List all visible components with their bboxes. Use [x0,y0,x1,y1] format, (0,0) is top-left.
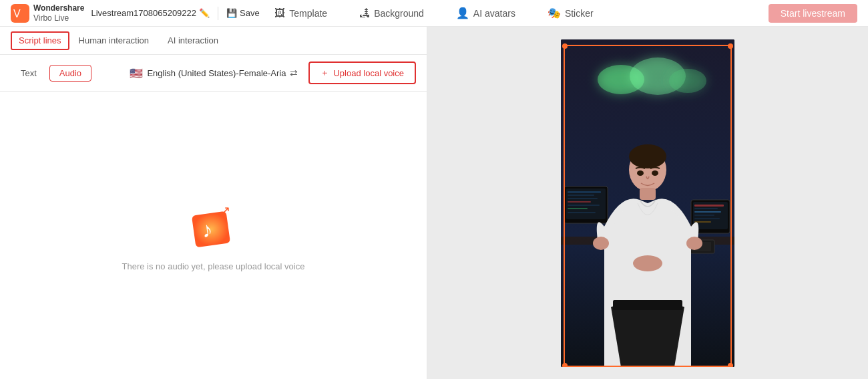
topbar: V Wondershare Virbo Live Livestream17080… [0,0,868,27]
sticker-icon: 🎭 [548,7,561,19]
flag-icon: 🇺🇸 [130,67,143,80]
right-panel [427,27,868,379]
music-note-icon: ♪ ↗ [187,200,240,253]
svg-point-37 [652,170,658,176]
nav-item-ai-avatars[interactable]: 👤 AI avatars [451,4,521,22]
nav-item-ai-avatars-label: AI avatars [473,8,515,19]
svg-rect-31 [640,188,656,200]
main-content: Script lines Human interaction AI intera… [0,27,868,379]
sub-tab-group: Text Audio [11,65,91,82]
svg-point-30 [629,144,666,168]
svg-rect-24 [694,218,720,219]
sub-bar: Text Audio 🇺🇸 English (United States)-Fe… [0,55,427,92]
svg-point-8 [669,69,706,93]
nav-item-background[interactable]: 🏞 Background [354,5,429,22]
svg-rect-16 [568,208,588,209]
svg-rect-20 [694,205,724,207]
nav-item-template-label: Template [289,8,327,19]
sub-tab-audio[interactable]: Audio [49,65,91,82]
primary-tab-bar: Script lines Human interaction AI intera… [0,27,427,55]
nav-item-sticker-label: Sticker [565,8,594,19]
svg-point-36 [637,170,644,176]
save-button[interactable]: 💾 Save [226,8,260,18]
logo-area: V Wondershare Virbo Live [11,3,84,23]
svg-point-32 [593,237,609,250]
voice-selector[interactable]: 🇺🇸 English (United States)-Female-Aria ⇄ [130,67,298,80]
upload-btn-label: Upload local voice [333,68,404,78]
studio-bg-svg [561,39,734,367]
upload-local-voice-button[interactable]: ＋ Upload local voice [308,61,416,84]
svg-rect-22 [694,211,721,213]
svg-rect-12 [568,195,594,196]
template-icon: 🖼 [274,7,285,19]
voice-label: English (United States)-Female-Aria [147,68,286,78]
svg-rect-17 [568,212,596,213]
background-icon: 🏞 [359,7,370,19]
svg-text:V: V [13,8,21,19]
top-nav: 🖼 Template 🏞 Background 👤 AI avatars 🎭 S… [269,4,598,22]
left-panel: Script lines Human interaction AI intera… [0,27,427,379]
divider [218,7,218,20]
start-livestream-button[interactable]: Start livestream [769,4,857,23]
svg-rect-13 [568,198,598,199]
svg-text:↗: ↗ [220,204,230,217]
plus-icon: ＋ [320,67,329,79]
ai-avatars-icon: 👤 [456,7,469,19]
nav-item-background-label: Background [374,8,424,19]
avatar-canvas[interactable] [561,39,734,367]
sub-tab-text[interactable]: Text [11,65,47,82]
svg-rect-15 [568,205,600,206]
nav-item-sticker[interactable]: 🎭 Sticker [542,4,599,22]
logo-text: Wondershare Virbo Live [33,3,84,23]
svg-rect-21 [694,208,718,209]
tab-script-lines[interactable]: Script lines [11,31,69,50]
studio-background [561,39,734,367]
project-name: Livestream1708065209222 [91,8,196,18]
svg-rect-11 [568,191,601,193]
nav-item-template[interactable]: 🖼 Template [269,5,333,22]
svg-point-33 [686,237,702,250]
app-logo-icon: V [11,4,29,23]
edit-project-name-icon[interactable]: ✏️ [199,8,210,18]
svg-rect-14 [568,201,591,203]
tab-human-interaction[interactable]: Human interaction [69,27,159,55]
empty-audio-state: ♪ ↗ There is no audio yet, please upload… [0,92,427,379]
swap-icon: ⇄ [290,68,298,78]
svg-rect-23 [694,215,714,216]
svg-rect-35 [613,300,682,310]
save-icon: 💾 [226,8,237,18]
tab-ai-interaction[interactable]: AI interaction [158,27,228,55]
svg-point-34 [633,255,662,271]
empty-audio-text: There is no audio yet, please upload loc… [122,261,305,271]
